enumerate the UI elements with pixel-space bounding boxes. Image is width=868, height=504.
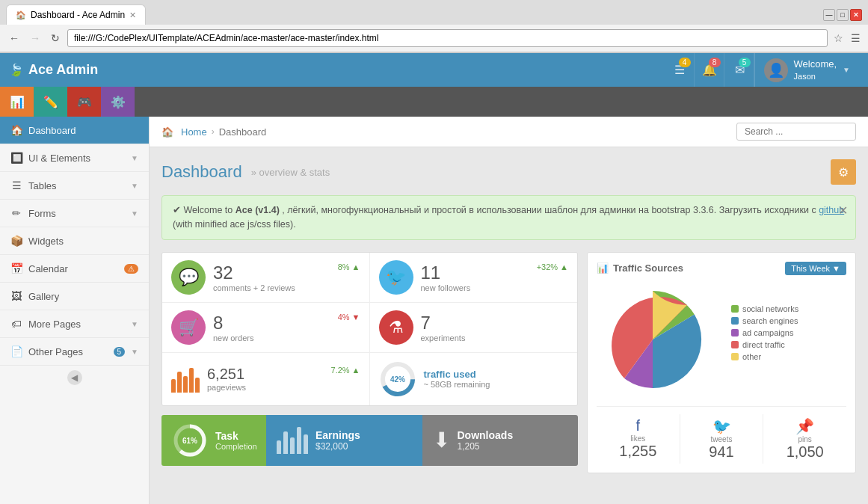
sidebar-menu: 🏠 Dashboard 🔲 UI & Elements ▼ ☰ Tables ▼… (0, 117, 149, 366)
sidebar-item-other-pages[interactable]: 📄 Other Pages 5 ▼ (0, 338, 149, 366)
followers-icon: 🐦 (379, 260, 413, 295)
experiments-icon: ⚗ (379, 310, 413, 345)
pinterest-icon: 📌 (763, 417, 846, 435)
followers-change: +32% ▲ (537, 262, 568, 271)
user-dropdown-arrow: ▼ (843, 66, 850, 74)
breadcrumb-sep: › (212, 126, 215, 137)
window-controls: — □ ✕ (823, 9, 862, 21)
gallery-icon: 🖼 (10, 290, 22, 302)
earnings-value: $32,000 (316, 441, 360, 452)
brand-icon: 🍃 (9, 63, 24, 77)
tables-arrow: ▼ (131, 182, 138, 190)
back-btn[interactable]: ← (6, 31, 22, 46)
breadcrumb-search (736, 123, 856, 141)
traffic-donut: 42% (379, 360, 416, 398)
alert-box: ✔ Welcome to Ace (v1.4) , лёгкий, многоф… (161, 195, 856, 240)
sidebar-toggle-btn[interactable]: ◀ (67, 370, 82, 385)
refresh-btn[interactable]: ↻ (48, 31, 63, 46)
earnings-card: Earnings $32,000 (266, 415, 422, 466)
followers-content: 11 +32% ▲ new followers (421, 262, 569, 292)
orders-change: 4% ▼ (338, 313, 360, 322)
alert-close-btn[interactable]: ✕ (838, 202, 848, 220)
sidebar-label-dashboard: Dashboard (28, 125, 138, 136)
tweets-value: 941 (680, 443, 763, 461)
mail-btn[interactable]: ✉ 5 (726, 53, 754, 87)
widgets-icon: 📦 (10, 235, 22, 247)
comments-info: 32 8% ▲ (213, 262, 360, 283)
downloads-card: ⬇ Downloads 1,205 (422, 415, 579, 466)
orders-label: new orders (213, 334, 360, 342)
icon-bar-btn-settings[interactable]: ⚙️ (101, 87, 135, 117)
search-input[interactable] (736, 123, 856, 141)
other-pages-arrow: ▼ (131, 348, 138, 356)
experiments-value: 7 (421, 313, 431, 334)
traffic-panel-header: 📊 Traffic Sources This Week ▼ (597, 262, 846, 275)
earnings-bars (277, 427, 308, 454)
browser-controls: ← → ↻ ☆ ☰ (0, 25, 868, 52)
alerts-btn[interactable]: 🔔 8 (696, 53, 724, 87)
messages-btn[interactable]: ☰ 4 (666, 53, 695, 87)
user-menu[interactable]: 👤 Welcome, Jason ▼ (754, 53, 859, 87)
downloads-icon: ⬇ (433, 428, 450, 452)
alerts-badge: 8 (709, 58, 721, 67)
icon-bar-btn-chart[interactable]: 📊 (0, 87, 34, 117)
user-text: Welcome, Jason (794, 58, 837, 82)
comments-value: 32 (213, 262, 233, 283)
sidebar-item-calendar[interactable]: 📅 Calendar ⚠ (0, 255, 149, 283)
sidebar-item-tables[interactable]: ☰ Tables ▼ (0, 172, 149, 200)
traffic-sources-panel: 📊 Traffic Sources This Week ▼ (587, 252, 856, 473)
legend-search: search engines (731, 316, 798, 325)
bookmark-btn[interactable]: ☆ (832, 31, 845, 46)
orders-content: 8 4% ▼ new orders (213, 313, 360, 342)
tab-close-btn[interactable]: ✕ (129, 10, 136, 20)
svg-text:42%: 42% (390, 375, 404, 384)
svg-text:61%: 61% (182, 437, 197, 445)
app: 🍃 Ace Admin ☰ 4 🔔 8 ✉ 5 👤 Welcome, Jason (0, 53, 868, 504)
legend-social: social networks (731, 304, 798, 313)
sidebar-item-dashboard[interactable]: 🏠 Dashboard (0, 117, 149, 144)
brand-name: Ace Admin (28, 62, 98, 78)
icon-bar-btn-game[interactable]: 🎮 (67, 87, 101, 117)
legend-other: other (731, 352, 798, 361)
traffic-sub: ~ 58GB remaining (424, 380, 569, 389)
browser-tab[interactable]: 🏠 Dashboard - Ace Admin ✕ (6, 4, 146, 25)
sidebar-item-gallery[interactable]: 🖼 Gallery (0, 283, 149, 310)
stat-card-comments: 💬 32 8% ▲ comments + 2 reviews (162, 253, 370, 303)
calendar-icon: 📅 (10, 262, 22, 274)
orders-value: 8 (213, 313, 223, 334)
forward-btn[interactable]: → (27, 31, 43, 46)
task-title: Task (215, 430, 257, 442)
likes-label: likes (597, 434, 680, 443)
comments-icon: 💬 (171, 260, 206, 295)
sidebar-item-ui[interactable]: 🔲 UI & Elements ▼ (0, 144, 149, 172)
experiments-label: experiments (421, 334, 569, 342)
page-header: Dashboard » overview & stats ⚙ (161, 159, 856, 185)
legend-direct: direct traffic (731, 340, 798, 349)
menu-btn[interactable]: ☰ (849, 31, 862, 46)
experiments-info: 7 (421, 313, 569, 334)
settings-btn[interactable]: ⚙ (831, 159, 856, 185)
more-pages-arrow: ▼ (131, 320, 138, 328)
minimize-btn[interactable]: — (823, 9, 835, 21)
social-stat-pinterest: 📌 pins 1,050 (763, 414, 846, 464)
close-btn[interactable]: ✕ (850, 9, 862, 21)
legend-label-direct: direct traffic (742, 340, 785, 349)
dashboard-icon: 🏠 (10, 124, 22, 136)
icon-bar-btn-edit[interactable]: ✏️ (34, 87, 67, 117)
address-bar[interactable] (67, 29, 828, 47)
legend-label-search: search engines (742, 316, 798, 325)
tab-title: Dashboard - Ace Admin (31, 10, 125, 20)
earnings-text: Earnings $32,000 (316, 429, 360, 452)
sidebar-label-more-pages: More Pages (28, 319, 125, 330)
sidebar-item-forms[interactable]: ✏ Forms ▼ (0, 200, 149, 227)
sidebar-label-ui: UI & Elements (28, 153, 125, 164)
breadcrumb-home[interactable]: Home (181, 126, 207, 138)
sidebar-item-widgets[interactable]: 📦 Widgets (0, 227, 149, 255)
comments-content: 32 8% ▲ comments + 2 reviews (213, 262, 360, 292)
browser-chrome: 🏠 Dashboard - Ace Admin ✕ — □ ✕ ← → ↻ ☆ … (0, 0, 868, 53)
this-week-btn[interactable]: This Week ▼ (785, 262, 846, 275)
pins-label: pins (763, 435, 846, 443)
maximize-btn[interactable]: □ (837, 9, 849, 21)
sidebar-item-more-pages[interactable]: 🏷 More Pages ▼ (0, 310, 149, 338)
sidebar-label-widgets: Widgets (28, 236, 138, 247)
